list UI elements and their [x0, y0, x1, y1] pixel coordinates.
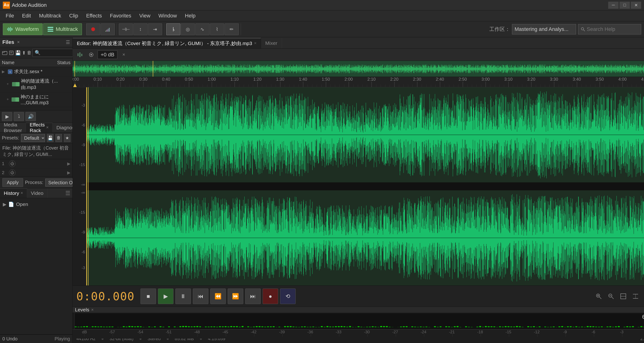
- effect-power-1[interactable]: ⏻: [9, 160, 16, 167]
- speaker-btn[interactable]: 🔊: [26, 112, 36, 121]
- pencil-btn[interactable]: ✏: [225, 23, 239, 35]
- files-panel-header: Files × ☰: [0, 37, 72, 47]
- editor-tab-close[interactable]: ×: [254, 41, 257, 46]
- search-icon: [580, 27, 585, 32]
- workspace-select[interactable]: Mastering and Analys...: [512, 24, 576, 35]
- levels-panel: Levels × ☰ 0.00 0: [72, 307, 644, 334]
- fast-forward-button[interactable]: ⏩: [228, 288, 243, 304]
- files-import-btn[interactable]: ⬆: [22, 48, 26, 57]
- search-input[interactable]: [587, 26, 638, 32]
- monitor-icon: [88, 52, 94, 58]
- effect-power-2[interactable]: ⏻: [9, 169, 16, 176]
- wt-close-btn[interactable]: ×: [119, 50, 129, 60]
- menu-file[interactable]: File: [2, 11, 18, 20]
- stop-button[interactable]: ■: [140, 288, 156, 304]
- heal-btn[interactable]: ⌇: [210, 23, 224, 35]
- insert-file-btn[interactable]: ⤵: [14, 112, 24, 121]
- menu-help[interactable]: Help: [181, 11, 199, 20]
- presets-select[interactable]: Default: [21, 134, 45, 142]
- menu-window[interactable]: Window: [155, 11, 180, 20]
- tab-history[interactable]: History ×: [0, 188, 27, 198]
- search-box: [578, 24, 641, 35]
- cursor-btn[interactable]: [166, 23, 180, 35]
- svg-rect-7: [48, 29, 53, 30]
- svg-line-30: [599, 297, 601, 299]
- zoom-in-time-btn[interactable]: [593, 291, 604, 302]
- file-item-mp3-2[interactable]: + 神のままにに ...,GUMI.mp3: [0, 92, 72, 107]
- files-open-btn[interactable]: [8, 48, 14, 57]
- tab-video[interactable]: Video: [27, 188, 48, 198]
- menu-effects[interactable]: Effects: [82, 11, 106, 20]
- svg-rect-18: [2, 52, 7, 55]
- spectral-icon: [105, 27, 110, 32]
- files-panel-close[interactable]: ×: [17, 39, 20, 45]
- zoom-in-amplitude-btn[interactable]: [630, 291, 641, 302]
- levels-close[interactable]: ×: [91, 307, 94, 312]
- preset-delete-btn[interactable]: 🗑: [56, 134, 62, 142]
- zoom-fit-btn[interactable]: [618, 291, 629, 302]
- history-item-open: ▶ 📄 Open: [2, 200, 70, 209]
- zoom-out-time-btn[interactable]: [605, 291, 617, 302]
- preset-save-btn[interactable]: 💾: [47, 134, 54, 142]
- tab-effects-rack[interactable]: Effects Rack ×: [26, 123, 52, 132]
- maximize-button[interactable]: □: [620, 2, 630, 9]
- menu-favorites[interactable]: Favorites: [106, 11, 135, 20]
- files-delete-btn[interactable]: 🗑: [27, 48, 32, 57]
- minimize-button[interactable]: ─: [608, 2, 618, 9]
- files-save-btn[interactable]: 💾: [15, 48, 21, 57]
- effects-rack-close[interactable]: ×: [46, 125, 49, 130]
- file-mp3-2-name: 神のままにに ...,GUMI.mp3: [20, 94, 70, 105]
- svg-rect-12: [108, 29, 108, 32]
- wt-level-icon: [75, 50, 85, 60]
- loop-button[interactable]: ⟲: [280, 288, 296, 304]
- waveform-canvas-area[interactable]: [86, 87, 644, 285]
- toolbar-spectral-btn[interactable]: [101, 23, 115, 35]
- toolbar-record-btn[interactable]: [86, 23, 100, 35]
- history-play-icon[interactable]: ▶: [3, 201, 6, 207]
- rewind-to-start-button[interactable]: ⏮: [193, 288, 208, 304]
- overview-canvas: [72, 61, 644, 77]
- left-panel: Files × ☰ 💾: [0, 37, 72, 343]
- move-btn[interactable]: ⊣⊢: [119, 23, 133, 35]
- preset-star-btn[interactable]: ★: [64, 134, 70, 142]
- zoom-out-amplitude-btn[interactable]: [642, 291, 644, 302]
- level-meter-icon: [76, 52, 83, 58]
- editor-tab-main[interactable]: Editor: 神的随波逐流（Cover 初音ミク, 緑音リン, GUMI） -…: [72, 38, 261, 48]
- tab-media-browser[interactable]: Media Browser: [0, 123, 26, 132]
- skip-to-end-button[interactable]: ⏭: [245, 288, 261, 304]
- files-panel-menu[interactable]: ☰: [66, 39, 70, 45]
- apply-button[interactable]: Apply: [2, 178, 23, 187]
- menu-multitrack[interactable]: Multitrack: [35, 11, 65, 20]
- effects-rack-label: Effects Rack: [30, 122, 45, 133]
- record-button[interactable]: ●: [262, 288, 278, 304]
- svg-rect-1: [8, 27, 9, 31]
- waveform-main[interactable]: -3 -6 -9 -15 -∞ -∞ -15 -9 -6 -3 dB -3 -6…: [72, 87, 644, 285]
- effect-expand-1[interactable]: ▶: [67, 161, 70, 166]
- effect-expand-2[interactable]: ▶: [67, 170, 70, 175]
- svg-point-28: [90, 54, 92, 56]
- file-item-mp3-1[interactable]: + 神的随波逐流（...由.mp3: [0, 77, 72, 92]
- lasso-btn[interactable]: ∿: [196, 23, 210, 35]
- slip-btn[interactable]: ↕: [134, 23, 148, 35]
- wt-monitor-btn[interactable]: [86, 50, 96, 60]
- play-button[interactable]: ▶: [158, 288, 174, 304]
- multitrack-mode-button[interactable]: Multitrack: [43, 23, 82, 35]
- db-scale-canvas: [80, 329, 644, 338]
- trim-btn[interactable]: ⇥: [148, 23, 162, 35]
- close-button[interactable]: ✕: [631, 2, 641, 9]
- selection-btn[interactable]: ◎: [181, 23, 195, 35]
- mixer-tab[interactable]: Mixer: [261, 38, 282, 48]
- transport-bar: 0:00.000 ■ ▶ ⏸ ⏮ ⏪ ⏩ ⏭ ● ⟲: [72, 285, 644, 307]
- files-new-folder-btn[interactable]: [2, 48, 8, 57]
- menu-clip[interactable]: Clip: [66, 11, 82, 20]
- history-close[interactable]: ×: [20, 191, 23, 196]
- pause-button[interactable]: ⏸: [176, 288, 191, 304]
- history-panel-menu[interactable]: ☰: [64, 190, 72, 196]
- file-item-sesx[interactable]: ▶ S 求关注.sesx *: [0, 67, 72, 77]
- menu-view[interactable]: View: [136, 11, 154, 20]
- waveform-mode-button[interactable]: Waveform: [3, 23, 43, 35]
- db-label-15: -15: [79, 163, 85, 167]
- play-file-btn[interactable]: ▶: [2, 112, 12, 121]
- rewind-button[interactable]: ⏪: [210, 288, 226, 304]
- menu-edit[interactable]: Edit: [18, 11, 35, 20]
